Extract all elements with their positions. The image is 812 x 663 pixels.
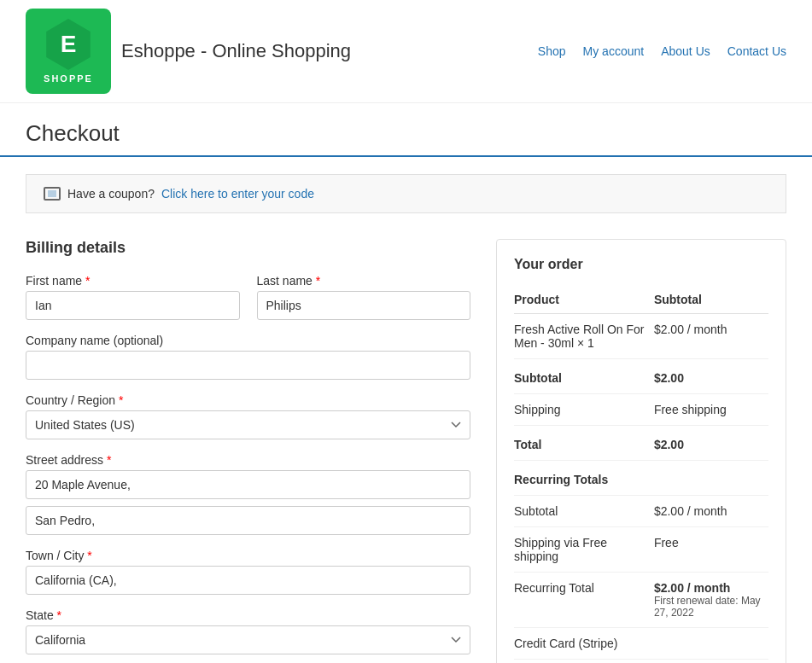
last-name-input[interactable] — [257, 291, 471, 320]
logo-sub: SHOPPE — [44, 73, 93, 84]
col-product: Product — [514, 286, 654, 314]
company-group: Company name (optional) — [26, 334, 470, 380]
first-name-group: First name * — [26, 274, 240, 320]
nav-my-account[interactable]: My account — [583, 44, 645, 58]
total-row: Total $2.00 — [514, 426, 768, 461]
subtotal-value: $2.00 — [654, 359, 768, 394]
main-nav: Shop My account About Us Contact Us — [538, 44, 786, 58]
coupon-prefix: Have a coupon? — [67, 187, 155, 201]
order-table: Product Subtotal Fresh Active Roll On Fo… — [514, 286, 768, 660]
city-group: Town / City * — [26, 549, 470, 595]
country-group: Country / Region * United States (US) — [26, 393, 470, 439]
rec-shipping-label: Shipping via Free shipping — [514, 527, 654, 573]
city-input[interactable] — [26, 566, 470, 595]
logo-hex: E — [43, 19, 94, 70]
coupon-link[interactable]: Click here to enter your code — [161, 187, 314, 201]
company-label: Company name (optional) — [26, 334, 470, 347]
payment-row: Credit Card (Stripe) — [514, 628, 768, 660]
page-title-wrap: Checkout — [0, 103, 812, 157]
rec-shipping-row: Shipping via Free shipping Free — [514, 527, 768, 573]
billing-title: Billing details — [26, 239, 470, 257]
rec-shipping-value: Free — [654, 527, 768, 573]
street-group: Street address * — [26, 453, 470, 535]
state-label: State * — [26, 608, 470, 622]
rec-subtotal-row: Subtotal $2.00 / month — [514, 496, 768, 527]
shipping-label: Shipping — [514, 394, 654, 426]
product-name: Fresh Active Roll On For Men - 30ml × 1 — [514, 314, 654, 359]
rec-subtotal-label: Subtotal — [514, 496, 654, 527]
product-row: Fresh Active Roll On For Men - 30ml × 1 … — [514, 314, 768, 359]
shipping-row: Shipping Free shipping — [514, 394, 768, 426]
logo-container: E SHOPPE Eshoppe - Online Shopping — [26, 9, 351, 94]
rec-total-value: $2.00 / month — [654, 581, 768, 595]
site-title: Eshoppe - Online Shopping — [121, 40, 351, 62]
rec-subtotal-value: $2.00 / month — [654, 496, 768, 527]
logo-letter: E — [61, 31, 77, 58]
nav-shop[interactable]: Shop — [538, 44, 566, 58]
nav-about-us[interactable]: About Us — [661, 44, 710, 58]
rec-total-row: Recurring Total $2.00 / month First rene… — [514, 573, 768, 628]
country-label: Country / Region * — [26, 393, 470, 407]
name-row: First name * Last name * — [26, 274, 470, 320]
company-input[interactable] — [26, 351, 470, 380]
street-input-2[interactable] — [26, 506, 470, 535]
main-content: Billing details First name * Last name *… — [0, 230, 812, 663]
subtotal-label: Subtotal — [514, 359, 654, 394]
street-label: Street address * — [26, 453, 470, 467]
billing-section: Billing details First name * Last name *… — [26, 239, 470, 663]
recurring-title: Recurring Totals — [514, 461, 768, 496]
rec-renewal-date: First renewal date: May 27, 2022 — [654, 595, 768, 619]
nav-contact-us[interactable]: Contact Us — [727, 44, 786, 58]
total-value: $2.00 — [654, 426, 768, 461]
rec-total-label: Recurring Total — [514, 573, 654, 628]
coupon-banner: Have a coupon? Click here to enter your … — [26, 174, 786, 213]
coupon-icon — [44, 187, 61, 201]
total-label: Total — [514, 426, 654, 461]
last-name-label: Last name * — [257, 274, 471, 288]
order-summary: Your order Product Subtotal Fresh Active… — [496, 239, 786, 663]
page-title: Checkout — [26, 120, 786, 147]
first-name-input[interactable] — [26, 291, 240, 320]
site-header: E SHOPPE Eshoppe - Online Shopping Shop … — [0, 0, 812, 103]
state-group: State * California — [26, 608, 470, 654]
recurring-header-row: Recurring Totals — [514, 461, 768, 496]
first-name-label: First name * — [26, 274, 240, 288]
product-price: $2.00 / month — [654, 314, 768, 359]
city-label: Town / City * — [26, 549, 470, 562]
order-title: Your order — [514, 257, 768, 272]
state-select[interactable]: California — [26, 625, 470, 654]
payment-label: Credit Card (Stripe) — [514, 628, 768, 660]
rec-total-cell: $2.00 / month First renewal date: May 27… — [654, 573, 768, 628]
country-select[interactable]: United States (US) — [26, 410, 470, 439]
subtotal-row: Subtotal $2.00 — [514, 359, 768, 394]
shipping-value: Free shipping — [654, 394, 768, 426]
col-subtotal: Subtotal — [654, 286, 768, 314]
logo-box: E SHOPPE — [26, 9, 111, 94]
street-input-1[interactable] — [26, 470, 470, 499]
last-name-group: Last name * — [257, 274, 471, 320]
